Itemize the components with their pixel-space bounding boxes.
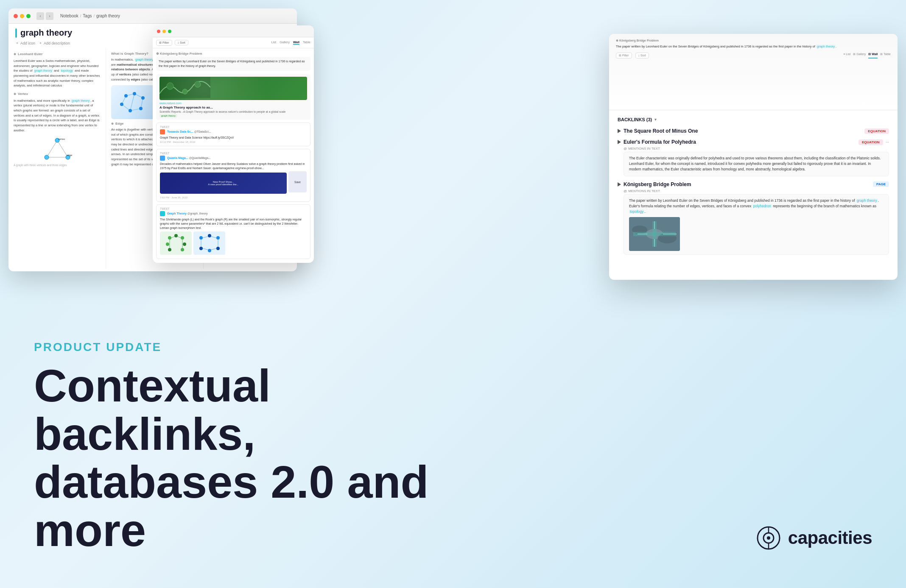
expand-triangle-1[interactable]: [618, 129, 621, 133]
vertex-text: In mathematics, and more specifically in…: [14, 98, 101, 133]
svg-point-65: [181, 236, 184, 240]
tweet-2: TWEET Quanta Maga... @QuantaMaga... Deca…: [156, 149, 310, 202]
tweet-thumb-proof: New Proof Show...A new proof identifies …: [160, 173, 287, 194]
middle-screenshot: ⊞ Filter ↕ Sort List Gallery Wall Table …: [153, 25, 314, 263]
filter-btn-right[interactable]: ⊞ Filter: [616, 53, 632, 59]
backlink-1-title[interactable]: The Square Root of Minus One: [624, 128, 862, 134]
wall-view-active[interactable]: ⊟ Wall: [868, 53, 878, 59]
sort-btn-right[interactable]: ↕ Sort: [635, 53, 649, 59]
tweet-2-label: TWEET: [160, 152, 307, 155]
graph-theory-link-4[interactable]: graph theory: [816, 45, 836, 48]
svg-point-15: [124, 94, 128, 98]
maximize-button[interactable]: [26, 14, 31, 18]
svg-point-19: [129, 109, 132, 112]
svg-line-72: [171, 237, 174, 238]
tweet-1-label: TWEET: [160, 125, 307, 128]
svg-rect-59: [159, 77, 210, 98]
konigsberg-text: The paper written by Leonhard Euler on t…: [156, 57, 310, 71]
svg-point-63: [168, 236, 171, 240]
svg-point-60: [167, 83, 173, 89]
mention-text-3: MENTIONS IN TEXT: [628, 189, 660, 193]
polyhedron-link[interactable]: polyhedron: [752, 204, 772, 208]
nature-card-image: [159, 77, 307, 100]
person-icon: ⊕: [14, 52, 16, 57]
svg-point-61: [182, 89, 187, 94]
list-view[interactable]: ≡ List: [843, 53, 850, 59]
more-options-2[interactable]: ···: [886, 140, 889, 145]
headline-line1: Contextual backlinks,: [34, 360, 271, 459]
author-avatar-2: [160, 156, 165, 161]
mention-label-3: @ MENTIONS IN TEXT: [624, 189, 889, 193]
back-button[interactable]: ‹: [36, 12, 44, 20]
bottom-left: PRODUCT UPDATE Contextual backlinks, dat…: [34, 340, 501, 554]
tweet-thumb-save[interactable]: Save: [288, 171, 307, 192]
topology-link[interactable]: topology: [629, 209, 644, 214]
tweet-2-handle: @QuantaMaga...: [189, 156, 211, 159]
add-icon-button[interactable]: ＋ Add icon: [15, 40, 35, 46]
expand-triangle-3[interactable]: [618, 182, 621, 187]
svg-point-78: [208, 249, 211, 252]
svg-line-73: [178, 237, 181, 238]
filter-label: Filter: [162, 41, 169, 44]
graph-L: [160, 231, 192, 255]
gallery-view[interactable]: ⊞ Gallery: [853, 53, 866, 59]
graph-theory-excerpt-link[interactable]: graph theory: [856, 198, 878, 203]
what-is-label: What is Graph Theory?: [111, 52, 148, 56]
table-view[interactable]: ⊞ Table: [880, 53, 891, 59]
sort-button[interactable]: ↕ Sort: [175, 40, 188, 45]
chevron-down-icon[interactable]: ▾: [654, 117, 657, 122]
svg-line-85: [211, 248, 216, 250]
graph-theory-link-1[interactable]: graph theory: [34, 69, 53, 72]
tweet-3-label: TWEET: [160, 207, 307, 210]
close-button[interactable]: [14, 14, 18, 18]
backlink-2-title[interactable]: Euler's Formula for Polyhedra: [624, 139, 856, 145]
backlinks-header: BACKLINKS (3) ▾: [618, 117, 889, 122]
svg-line-83: [211, 237, 216, 238]
titlebar: ‹ › Notebook / Tags / graph theory: [8, 8, 297, 24]
graph-theory-link-2[interactable]: graph theory: [71, 99, 90, 103]
svg-line-82: [203, 237, 208, 238]
nature-card: www.nature.com A Graph Theory approach t…: [156, 74, 310, 120]
mid-close[interactable]: [157, 30, 160, 33]
title-accent-bar: [15, 28, 17, 38]
mid-maximize[interactable]: [168, 30, 171, 33]
svg-point-4: [45, 155, 49, 159]
tweet-3-author: Graph Theory @graph_theory: [160, 211, 307, 216]
add-description-button[interactable]: ＋ Add description: [39, 40, 70, 46]
svg-line-14: [130, 94, 134, 111]
backlink-item-3: Königsberg Bridge Problem PAGE @ MENTION…: [618, 181, 889, 255]
svg-point-75: [208, 234, 211, 237]
expand-triangle-2[interactable]: [618, 140, 621, 144]
mid-toolbar: ⊞ Filter ↕ Sort List Gallery Wall Table: [153, 37, 314, 48]
main-headline: Contextual backlinks, databases 2.0 and …: [34, 362, 501, 554]
svg-point-66: [183, 242, 186, 246]
breadcrumb-tags[interactable]: Tags: [83, 14, 92, 18]
mid-minimize[interactable]: [162, 30, 166, 33]
svg-point-79: [199, 247, 203, 250]
tab-table[interactable]: Table: [303, 40, 310, 45]
filter-button[interactable]: ⊞ Filter: [156, 40, 172, 46]
konigsberg-right-text: The paper written by Leonhard Euler on t…: [616, 44, 891, 49]
svg-line-0: [47, 140, 57, 157]
tweet-3-text: The Shrikhande graph (L) and the Rook's …: [160, 217, 307, 230]
minimize-button[interactable]: [20, 14, 24, 18]
sort-label: Sort: [180, 41, 185, 44]
breadcrumb-notebook[interactable]: Notebook: [60, 14, 78, 18]
tab-wall[interactable]: Wall: [293, 40, 299, 45]
svg-point-64: [174, 234, 178, 237]
topology-link-1[interactable]: topology: [60, 69, 74, 72]
tab-gallery[interactable]: Gallery: [280, 40, 290, 45]
tweet-2-time: 7:53 PM · June 25, 2022: [160, 196, 307, 199]
forward-button[interactable]: ›: [46, 12, 53, 20]
tweet-1: TWEET Towards Data Sc... @TDataSci... Gr…: [156, 123, 310, 146]
edge-icon: ⊕: [111, 122, 114, 125]
filter-icon: ⊞: [159, 41, 162, 44]
backlink-3-title[interactable]: Königsberg Bridge Problem: [624, 181, 870, 187]
graph-theory-link-3[interactable]: graph theory: [134, 58, 154, 61]
mid-titlebar: [153, 25, 314, 37]
description-icon: ＋: [39, 40, 42, 46]
tweet-2-author: Quanta Maga... @QuantaMaga...: [160, 156, 307, 161]
tab-list[interactable]: List: [271, 40, 276, 45]
backlink-2-excerpt: The Euler characteristic was originally …: [624, 152, 889, 176]
add-icon: ＋: [15, 40, 19, 46]
